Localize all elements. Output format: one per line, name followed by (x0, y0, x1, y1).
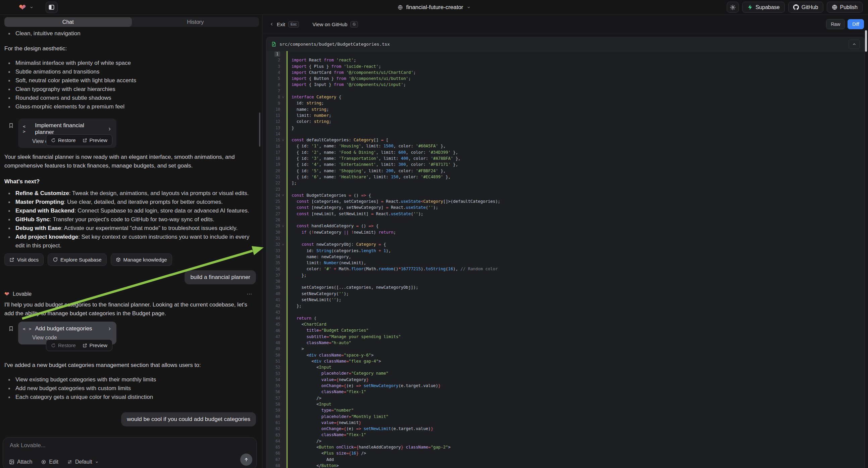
code-line: 41 setNewLimit(''); (267, 297, 865, 303)
code-line: 38 (267, 278, 865, 284)
panel-toggle-icon (48, 4, 55, 10)
edit-mode-button[interactable]: Edit (41, 459, 58, 465)
attach-button[interactable]: Attach (9, 459, 32, 465)
chevron-right-icon[interactable] (107, 327, 112, 331)
item-text: : Activate our experimental “chat mode” … (61, 225, 238, 231)
fold-chevron-icon[interactable]: ˅ (281, 194, 285, 197)
tab-history[interactable]: History (132, 17, 259, 27)
preview-button[interactable]: Preview (83, 343, 107, 348)
github-button[interactable]: GitHub (788, 2, 824, 13)
fold-chevron-icon[interactable]: ˅ (281, 243, 285, 246)
collapse-file-button[interactable] (848, 39, 860, 49)
restore-button[interactable]: Restore (51, 137, 76, 143)
code-line: 16 { id: '1', name: 'Housing', limit: 15… (267, 143, 865, 149)
explore-supabase-button[interactable]: Explore Supabase (48, 254, 107, 266)
list-item: Master Prompting: Use clear, detailed, a… (4, 198, 257, 206)
lovable-logo-icon[interactable]: ❤ (19, 3, 26, 12)
restore-label: Restore (58, 343, 76, 348)
code-line: 59 type="number" (267, 407, 865, 413)
file-added-icon (271, 41, 276, 47)
send-button[interactable] (240, 454, 252, 466)
globe-icon (397, 5, 403, 10)
view-on-github-button[interactable]: View on GitHub G (312, 21, 358, 28)
list-item: View existing budget categories with the… (4, 375, 257, 384)
diff-tab[interactable]: Diff (847, 19, 864, 29)
code-line: 43 (267, 309, 865, 315)
code-line: 10 name: string; (267, 107, 865, 113)
code-line: 14 (267, 131, 865, 137)
edit-label: Edit (49, 459, 58, 465)
code-line: 13} (267, 125, 865, 131)
code-line: 53 placeholder="Category name" (267, 370, 865, 376)
chat-scroll-area[interactable]: Clean, intuitive navigation For the desi… (0, 29, 257, 438)
supabase-button[interactable]: Supabase (742, 2, 785, 13)
restore-preview-pill: Restore Preview (46, 340, 113, 351)
fold-chevron-icon[interactable]: ˅ (281, 95, 285, 99)
publish-button[interactable]: Publish (827, 2, 863, 13)
manage-knowledge-button[interactable]: Manage knowledge (111, 254, 172, 266)
list-item: Soft, neutral color palette with light b… (4, 76, 257, 85)
code-line: 32˅ const newCategoryObj: Category = { (267, 241, 865, 247)
preview-button[interactable]: Preview (83, 137, 107, 143)
manage-knowledge-label: Manage knowledge (123, 257, 167, 263)
chevron-down-icon[interactable] (30, 5, 34, 9)
chat-input[interactable] (9, 441, 236, 454)
image-attach-icon (9, 459, 14, 465)
restore-button[interactable]: Restore (51, 343, 76, 348)
code-line: 56 className="flex-1" (267, 389, 865, 395)
toggle-sidebar-button[interactable] (45, 2, 58, 13)
code-scrollbar-thumb[interactable] (865, 30, 867, 52)
supabase-label: Supabase (755, 4, 780, 10)
code-line: 58 <Input (267, 401, 865, 407)
topbar-left: ❤ (5, 2, 58, 13)
chat-scrollbar-thumb[interactable] (259, 113, 260, 147)
code-line: 36 color: '#' + Math.floor(Math.random()… (267, 266, 865, 272)
view-github-label: View on GitHub (312, 22, 347, 27)
bookmark-icon[interactable] (8, 122, 14, 128)
list-item: Rounded corners and subtle shadows (4, 94, 257, 103)
bookmark-icon[interactable] (8, 326, 14, 332)
code-line: 66 <Plus size={16} /> (267, 450, 865, 456)
code-line: 52 <Input (267, 364, 865, 370)
fold-chevron-icon[interactable]: ˅ (281, 138, 285, 142)
chat-history-tabs: Chat History (4, 17, 259, 27)
chevron-right-icon[interactable] (107, 127, 112, 131)
fold-chevron-icon[interactable]: ˅ (281, 224, 285, 228)
topbar-actions: Supabase GitHub Publish (727, 2, 863, 13)
list-item: Minimalist interface with plenty of whit… (4, 59, 257, 67)
code-line: 3import { Plus } from 'lucide-react'; (267, 63, 865, 69)
back-chevron-icon (270, 22, 274, 26)
view-mode-toggle: Raw Diff (826, 19, 864, 29)
exit-button[interactable]: Exit Esc (270, 21, 299, 28)
raw-tab[interactable]: Raw (826, 19, 845, 29)
design-bullet-list: Minimalist interface with plenty of whit… (4, 59, 257, 111)
project-switcher[interactable]: financial-future-creator (397, 4, 470, 11)
visit-docs-button[interactable]: Visit docs (4, 254, 43, 266)
code-line: 12 color: string; (267, 118, 865, 124)
more-options-icon[interactable]: ⋯ (247, 291, 253, 297)
code-line: 68 </Button> (267, 463, 865, 468)
code-line: 4import ChartCard from '@/components/ui/… (267, 69, 865, 76)
code-line: 61 value={newLimit} (267, 420, 865, 426)
list-item: GitHub Sync: Transfer your project's cod… (4, 215, 257, 224)
chevron-down-icon (467, 5, 471, 9)
code-line: 19 { id: '4', name: 'Entertainment', lim… (267, 162, 865, 168)
code-line: 35 limit: Number(newLimit), (267, 260, 865, 266)
settings-button[interactable] (727, 2, 739, 13)
file-header[interactable]: src/components/budget/BudgetCategories.t… (267, 37, 865, 51)
code-line: 17 { id: '2', name: 'Food & Dining', lim… (267, 149, 865, 155)
preview-label: Preview (90, 343, 107, 348)
attach-label: Attach (17, 459, 32, 465)
feature-bullet-list: View existing budget categories with the… (4, 375, 257, 402)
tab-chat[interactable]: Chat (4, 17, 132, 27)
code-line: 8˅interface Category { (267, 94, 865, 100)
code-line: 44 return ( (267, 315, 865, 321)
code-line: 22]; (267, 180, 865, 186)
chevron-up-icon (852, 42, 856, 46)
assistant-header: ❤ Lovable ⋯ (4, 291, 257, 297)
code-line: 2import React from 'react'; (267, 57, 865, 63)
composer-tools: Attach Edit Default (9, 459, 99, 465)
code-lines[interactable]: 12import React from 'react';3import { Pl… (267, 51, 865, 468)
github-label: GitHub (802, 4, 818, 10)
mode-select[interactable]: Default (67, 459, 99, 465)
